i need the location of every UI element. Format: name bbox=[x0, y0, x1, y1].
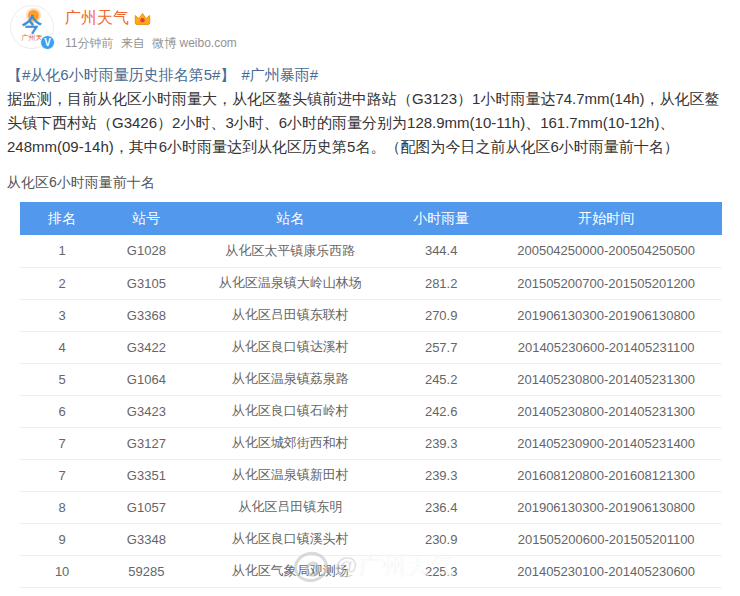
table-cell: 从化区太平镇康乐西路 bbox=[188, 235, 392, 267]
table-cell: G3422 bbox=[104, 331, 188, 363]
table-cell: 201405230900-201405231400 bbox=[490, 427, 722, 459]
post-body-text: 据监测，目前从化区小时雨量大，从化区鳌头镇前进中路站（G3123）1小时雨量达7… bbox=[7, 87, 732, 159]
table-cell: G1028 bbox=[104, 235, 188, 267]
weibo-post: 今 广州天 V 广州天气 11分钟前 来自 微博 weibo.com bbox=[0, 0, 740, 596]
table-cell: 从化区吕田镇东明 bbox=[188, 491, 392, 523]
table-cell: 从化区良口镇溪头村 bbox=[188, 523, 392, 555]
table-cell: 239.3 bbox=[392, 459, 490, 491]
table-cell: G3423 bbox=[104, 395, 188, 427]
verified-badge-icon: V bbox=[40, 35, 55, 50]
table-cell: G3348 bbox=[104, 523, 188, 555]
column-header: 排名 bbox=[20, 202, 104, 235]
table-cell: G3351 bbox=[104, 459, 188, 491]
post-text: 【#从化6小时雨量历史排名第5#】#广州暴雨# 据监测，目前从化区小时雨量大，从… bbox=[7, 63, 732, 159]
table-cell: 3 bbox=[20, 299, 104, 331]
table-cell: 从化区温泉镇荔泉路 bbox=[188, 363, 392, 395]
table-cell: 从化区城郊街西和村 bbox=[188, 427, 392, 459]
table-cell: 从化区良口镇达溪村 bbox=[188, 331, 392, 363]
table-cell: 从化区温泉镇大岭山林场 bbox=[188, 267, 392, 299]
table-cell: 10 bbox=[20, 555, 104, 587]
table-cell: G3105 bbox=[104, 267, 188, 299]
table-row: 8G1057从化区吕田镇东明236.4201906130300-20190613… bbox=[20, 491, 722, 523]
table-cell: 201405230600-201405231100 bbox=[490, 331, 722, 363]
table-cell: 201906130300-201906130800 bbox=[490, 299, 722, 331]
table-cell: G3127 bbox=[104, 427, 188, 459]
table-cell: 200504250000-200504250500 bbox=[490, 235, 722, 267]
table-cell: 201608120800-201608121300 bbox=[490, 459, 722, 491]
weather-logo-glyph: 今 bbox=[11, 14, 53, 34]
table-cell: 1 bbox=[20, 235, 104, 267]
post-header: 今 广州天 V 广州天气 11分钟前 来自 微博 weibo.com bbox=[0, 0, 740, 52]
table-cell: 270.9 bbox=[392, 299, 490, 331]
table-cell: 257.7 bbox=[392, 331, 490, 363]
table-row: 4G3422从化区良口镇达溪村257.7201405230600-2014052… bbox=[20, 331, 722, 363]
table-cell: 从化区良口镇石岭村 bbox=[188, 395, 392, 427]
rainfall-table-head-row: 排名站号站名小时雨量开始时间 bbox=[20, 202, 722, 235]
hashtag-title-link[interactable]: 【#从化6小时雨量历史排名第5#】 bbox=[7, 66, 235, 83]
hashtag-line: 【#从化6小时雨量历史排名第5#】#广州暴雨# bbox=[7, 63, 732, 87]
table-cell: 4 bbox=[20, 331, 104, 363]
source-label: 来自 bbox=[121, 36, 145, 50]
post-meta: 11分钟前 来自 微博 weibo.com bbox=[65, 35, 241, 52]
table-cell: 8 bbox=[20, 491, 104, 523]
table-cell: 从化区温泉镇新田村 bbox=[188, 459, 392, 491]
header-text-block: 广州天气 11分钟前 来自 微博 weibo.com bbox=[65, 5, 241, 52]
timestamp[interactable]: 11分钟前 bbox=[65, 36, 113, 50]
table-cell: 201505200600-201505201100 bbox=[490, 523, 722, 555]
table-cell: 242.6 bbox=[392, 395, 490, 427]
table-cell: 230.9 bbox=[392, 523, 490, 555]
table-row: 6G3423从化区良口镇石岭村242.6201405230800-2014052… bbox=[20, 395, 722, 427]
table-cell: G1064 bbox=[104, 363, 188, 395]
table-title: 从化区6小时雨量前十名 bbox=[7, 174, 740, 192]
vip-crown-icon bbox=[134, 11, 151, 26]
table-cell: G3368 bbox=[104, 299, 188, 331]
table-cell: 201906130300-201906130800 bbox=[490, 491, 722, 523]
table-cell: 59285 bbox=[104, 555, 188, 587]
table-cell: 5 bbox=[20, 363, 104, 395]
table-cell: 201405230800-201405231300 bbox=[490, 395, 722, 427]
table-cell: 6 bbox=[20, 395, 104, 427]
table-cell: 236.4 bbox=[392, 491, 490, 523]
table-cell: 201405230800-201405231300 bbox=[490, 363, 722, 395]
avatar[interactable]: 今 广州天 V bbox=[10, 5, 54, 49]
table-cell: 201505200700-201505201200 bbox=[490, 267, 722, 299]
table-row: 9G3348从化区良口镇溪头村230.9201505200600-2015052… bbox=[20, 523, 722, 555]
table-cell: 225.3 bbox=[392, 555, 490, 587]
table-row: 3G3368从化区吕田镇东联村270.9201906130300-2019061… bbox=[20, 299, 722, 331]
table-cell: 7 bbox=[20, 427, 104, 459]
rainfall-table: 排名站号站名小时雨量开始时间 1G1028从化区太平镇康乐西路344.42005… bbox=[20, 202, 722, 588]
table-cell: 245.2 bbox=[392, 363, 490, 395]
table-cell: 从化区吕田镇东联村 bbox=[188, 299, 392, 331]
table-cell: 281.2 bbox=[392, 267, 490, 299]
table-row: 1059285从化区气象局观测场225.3201405230100-201405… bbox=[20, 555, 722, 587]
column-header: 开始时间 bbox=[490, 202, 722, 235]
table-cell: 239.3 bbox=[392, 427, 490, 459]
table-cell: 2 bbox=[20, 267, 104, 299]
table-row: 1G1028从化区太平镇康乐西路344.4200504250000-200504… bbox=[20, 235, 722, 267]
table-row: 5G1064从化区温泉镇荔泉路245.2201405230800-2014052… bbox=[20, 363, 722, 395]
table-cell: G1057 bbox=[104, 491, 188, 523]
column-header: 站号 bbox=[104, 202, 188, 235]
table-row: 7G3351从化区温泉镇新田村239.3201608120800-2016081… bbox=[20, 459, 722, 491]
column-header: 小时雨量 bbox=[392, 202, 490, 235]
table-cell: 9 bbox=[20, 523, 104, 555]
table-row: 7G3127从化区城郊街西和村239.3201405230900-2014052… bbox=[20, 427, 722, 459]
table-cell: 344.4 bbox=[392, 235, 490, 267]
column-header: 站名 bbox=[188, 202, 392, 235]
rainfall-table-body: 1G1028从化区太平镇康乐西路344.4200504250000-200504… bbox=[20, 235, 722, 587]
table-cell: 从化区气象局观测场 bbox=[188, 555, 392, 587]
author-name[interactable]: 广州天气 bbox=[65, 8, 129, 29]
table-cell: 201405230100-201405230600 bbox=[490, 555, 722, 587]
source-link[interactable]: 微博 weibo.com bbox=[152, 36, 237, 50]
table-cell: 7 bbox=[20, 459, 104, 491]
hashtag-topic-link[interactable]: #广州暴雨# bbox=[241, 66, 318, 83]
table-row: 2G3105从化区温泉镇大岭山林场281.2201505200700-20150… bbox=[20, 267, 722, 299]
